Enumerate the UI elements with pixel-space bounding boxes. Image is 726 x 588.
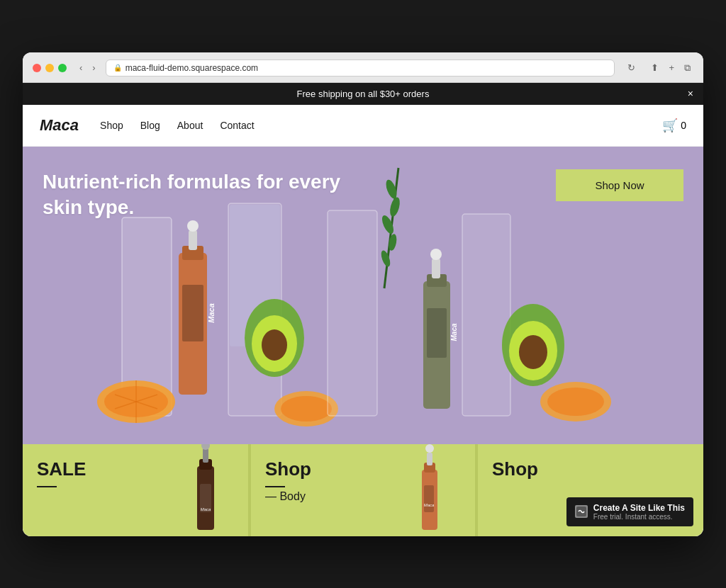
nav-link-blog[interactable]: Blog <box>140 120 160 131</box>
nav-item-contact[interactable]: Contact <box>220 119 254 132</box>
announcement-close-button[interactable]: × <box>688 88 693 99</box>
sq-badge-sub: Free trial. Instant access. <box>593 513 685 521</box>
nav-item-about[interactable]: About <box>177 119 203 132</box>
tab-overview-button[interactable]: ⧉ <box>681 61 693 75</box>
browser-right-actions: ⬆ + ⧉ <box>648 61 693 75</box>
svg-point-38 <box>547 388 604 416</box>
traffic-lights <box>33 64 67 72</box>
svg-text:Maca: Maca <box>207 303 216 323</box>
browser-nav-actions: ‹ › <box>77 61 99 74</box>
squarespace-logo-svg <box>576 507 586 516</box>
svg-rect-11 <box>182 285 203 341</box>
svg-rect-49 <box>424 485 434 512</box>
svg-rect-9 <box>189 230 197 250</box>
minimize-traffic-light[interactable] <box>45 64 54 72</box>
nav-link-contact[interactable]: Contact <box>220 120 254 131</box>
nav-link-shop[interactable]: Shop <box>100 120 123 131</box>
cart-count: 0 <box>681 120 686 131</box>
browser-window: ‹ › 🔒 maca-fluid-demo.squarespace.com ↻ … <box>23 52 703 536</box>
hero-title: Nutrient-rich formulas for every skin ty… <box>43 169 376 221</box>
svg-rect-31 <box>427 308 447 358</box>
site-logo[interactable]: Maca <box>40 116 79 135</box>
shop-card-title: Shop <box>492 458 689 480</box>
forward-button[interactable]: › <box>89 61 98 74</box>
svg-text:Maca: Maca <box>201 507 211 511</box>
squarespace-logo <box>575 505 588 518</box>
nav-link-about[interactable]: About <box>177 120 203 131</box>
shop-now-button[interactable]: Shop Now <box>556 169 683 201</box>
navigation: Maca Shop Blog About Contact 🛒 0 <box>23 105 703 147</box>
body-card-divider <box>265 486 285 487</box>
close-traffic-light[interactable] <box>33 64 41 72</box>
cart-area[interactable]: 🛒 0 <box>662 118 686 133</box>
svg-rect-20 <box>328 210 377 416</box>
bottom-card-shop[interactable]: Shop Create A Site Like This Free trial.… <box>476 444 703 536</box>
sale-bottle-svg: Maca <box>184 444 227 533</box>
svg-point-30 <box>430 249 442 260</box>
hero-section: Maca <box>23 147 703 444</box>
refresh-button[interactable]: ↻ <box>625 61 638 74</box>
bottom-card-body[interactable]: Shop — Body Maca <box>250 444 476 536</box>
svg-rect-29 <box>432 259 440 278</box>
cart-icon: 🛒 <box>662 118 678 133</box>
sq-badge-main: Create A Site Like This <box>593 503 685 513</box>
sale-product-image: Maca <box>184 444 227 536</box>
body-bottle-svg: Maca <box>411 444 447 533</box>
nav-item-blog[interactable]: Blog <box>140 119 160 132</box>
lock-icon: 🔒 <box>113 64 122 72</box>
browser-chrome: ‹ › 🔒 maca-fluid-demo.squarespace.com ↻ … <box>23 52 703 83</box>
hero-content: Nutrient-rich formulas for every skin ty… <box>43 169 376 221</box>
hero-cta-area: Shop Now <box>556 169 683 201</box>
back-button[interactable]: ‹ <box>77 61 85 74</box>
announcement-bar: Free shipping on all $30+ orders × <box>23 83 703 105</box>
url-text: maca-fluid-demo.squarespace.com <box>125 63 258 73</box>
url-bar[interactable]: 🔒 maca-fluid-demo.squarespace.com <box>106 60 615 77</box>
bottom-cards-grid: SALE Maca Shop — B <box>23 444 703 536</box>
sq-badge-text: Create A Site Like This Free trial. Inst… <box>593 503 685 521</box>
svg-rect-47 <box>427 453 432 465</box>
squarespace-badge[interactable]: Create A Site Like This Free trial. Inst… <box>566 497 693 526</box>
svg-point-10 <box>187 220 199 232</box>
svg-text:Maca: Maca <box>450 323 458 341</box>
svg-point-19 <box>281 396 332 422</box>
body-product-image: Maca <box>411 444 447 536</box>
sale-card-divider <box>37 486 57 487</box>
nav-item-shop[interactable]: Shop <box>100 119 123 132</box>
website-content: Free shipping on all $30+ orders × Maca … <box>23 83 703 536</box>
svg-point-42 <box>201 444 210 450</box>
fullscreen-traffic-light[interactable] <box>58 64 67 72</box>
svg-text:Maca: Maca <box>424 503 435 507</box>
svg-point-17 <box>262 329 287 361</box>
nav-links: Shop Blog About Contact <box>100 119 255 132</box>
share-button[interactable]: ⬆ <box>648 61 661 75</box>
announcement-text: Free shipping on all $30+ orders <box>297 89 430 99</box>
svg-point-48 <box>425 444 434 453</box>
new-tab-button[interactable]: + <box>666 61 677 75</box>
bottom-card-sale[interactable]: SALE Maca <box>23 444 250 536</box>
svg-rect-33 <box>462 214 510 416</box>
svg-rect-41 <box>203 448 208 463</box>
svg-point-36 <box>519 335 547 369</box>
